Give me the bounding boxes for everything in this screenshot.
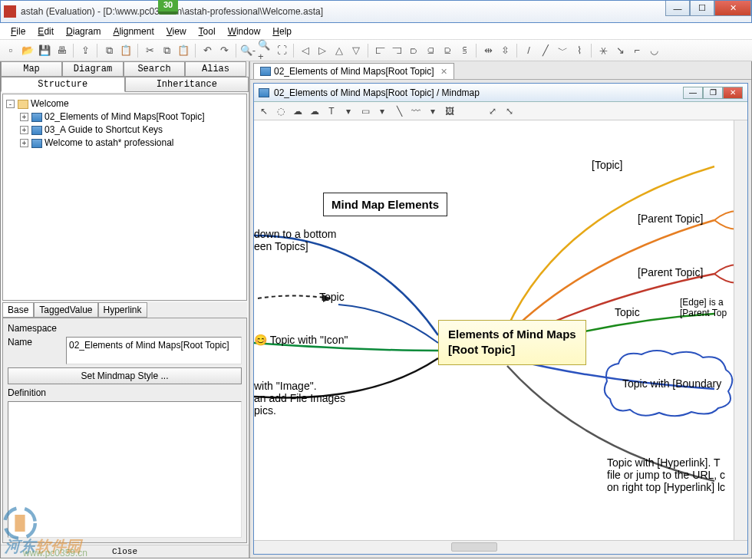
close-button[interactable]: ✕ bbox=[714, 1, 751, 16]
lasso-icon[interactable]: ◌ bbox=[274, 104, 288, 118]
align-bot-icon[interactable]: ⫓ bbox=[457, 43, 472, 58]
dropdown-icon[interactable]: ▾ bbox=[341, 104, 355, 118]
line-icon[interactable]: ╲ bbox=[392, 104, 406, 118]
dist-v-icon[interactable]: ⇳ bbox=[497, 43, 513, 58]
copy2-icon[interactable]: ⧉ bbox=[159, 43, 174, 58]
tab-base[interactable]: Base bbox=[2, 302, 34, 318]
topic-text[interactable]: [Parent Topic] bbox=[638, 212, 703, 225]
document-tab[interactable]: 02_Elements of Mind Maps[Root Topic] ✕ bbox=[253, 63, 454, 79]
style4-icon[interactable]: ◡ bbox=[646, 43, 661, 58]
menu-window[interactable]: Window bbox=[222, 25, 267, 38]
align-center-icon[interactable]: ⫎ bbox=[389, 43, 404, 58]
zoom-in-icon[interactable]: 🔍+ bbox=[257, 43, 272, 58]
paste-icon[interactable]: 📋 bbox=[118, 43, 134, 58]
collapse-icon[interactable]: ⤡ bbox=[503, 104, 516, 118]
expand-icon[interactable]: + bbox=[20, 126, 28, 134]
subtopic-icon[interactable]: ☁ bbox=[308, 104, 322, 118]
topic-text[interactable]: down to a bottom een Topics] bbox=[254, 228, 336, 252]
menu-edit[interactable]: Edit bbox=[31, 25, 60, 38]
undo-icon[interactable]: ↶ bbox=[200, 43, 215, 58]
mindmap-canvas[interactable]: Mind Map Elements Elements of Mind Maps … bbox=[254, 120, 747, 540]
rect-icon[interactable]: ▭ bbox=[358, 104, 372, 118]
cut-icon[interactable]: ✂ bbox=[142, 43, 157, 58]
maximize-button[interactable]: ☐ bbox=[690, 1, 714, 16]
align-right-icon[interactable]: ⫐ bbox=[406, 43, 421, 58]
curve-icon[interactable]: 〰 bbox=[409, 104, 423, 118]
tab-map[interactable]: Map bbox=[1, 61, 62, 77]
inner-restore-button[interactable]: ❐ bbox=[703, 87, 723, 99]
expand-icon[interactable]: ⤢ bbox=[486, 104, 500, 118]
image-icon[interactable]: 🖼 bbox=[443, 104, 457, 118]
menu-alignment[interactable]: Alignment bbox=[107, 25, 160, 38]
line3-icon[interactable]: ﹀ bbox=[555, 43, 570, 58]
copy-icon[interactable]: ⧉ bbox=[101, 43, 117, 58]
set-style-button[interactable]: Set Mindmap Style ... bbox=[8, 367, 242, 384]
new-icon[interactable]: ▫ bbox=[3, 43, 18, 58]
tab-search[interactable]: Search bbox=[124, 61, 185, 77]
horizontal-scrollbar[interactable] bbox=[254, 540, 747, 554]
zoom-out-icon[interactable]: 🔍- bbox=[240, 43, 256, 58]
topic-text[interactable]: [Topic] bbox=[592, 159, 622, 171]
tree-item[interactable]: +03_A Guide to Shortcut Keys bbox=[6, 124, 243, 137]
nav-up-icon[interactable]: △ bbox=[331, 43, 347, 58]
topic-text[interactable]: Topic with [Hyperlink]. T file or jump t… bbox=[607, 456, 725, 493]
nav-fwd-icon[interactable]: ▷ bbox=[315, 43, 330, 58]
tab-diagram[interactable]: Diagram bbox=[62, 61, 124, 77]
dropdown-icon[interactable]: ▾ bbox=[426, 104, 440, 118]
expand-icon[interactable]: + bbox=[20, 139, 28, 147]
expand-icon[interactable]: + bbox=[20, 113, 28, 121]
inner-minimize-button[interactable]: — bbox=[683, 87, 703, 99]
topic-text[interactable]: Topic bbox=[319, 291, 345, 303]
definition-field[interactable] bbox=[8, 401, 242, 538]
tree-item[interactable]: +02_Elements of Mind Maps[Root Topic] bbox=[6, 110, 243, 124]
tree-item[interactable]: +Welcome to astah* professional bbox=[6, 137, 243, 150]
dropdown-icon[interactable]: ▾ bbox=[375, 104, 389, 118]
text-icon[interactable]: T bbox=[325, 104, 338, 118]
line1-icon[interactable]: / bbox=[521, 43, 536, 58]
tab-structure[interactable]: Structure bbox=[1, 77, 125, 92]
close-tab-icon[interactable]: ✕ bbox=[440, 67, 447, 77]
tree-root[interactable]: -Welcome bbox=[6, 97, 243, 110]
style3-icon[interactable]: ⌐ bbox=[629, 43, 645, 58]
collapse-icon[interactable]: - bbox=[6, 100, 15, 108]
redo-icon[interactable]: ↷ bbox=[216, 43, 232, 58]
topic-text[interactable]: with "Image". an add File Images pics. bbox=[254, 380, 345, 417]
nav-down-icon[interactable]: ▽ bbox=[348, 43, 364, 58]
tab-alias[interactable]: Alias bbox=[185, 61, 246, 77]
name-field[interactable]: 02_Elements of Mind Maps[Root Topic] bbox=[66, 337, 242, 364]
structure-tree[interactable]: -Welcome +02_Elements of Mind Maps[Root … bbox=[2, 94, 247, 301]
topic-text[interactable]: Topic bbox=[615, 306, 640, 318]
export-icon[interactable]: ⇪ bbox=[78, 43, 93, 58]
align-left-icon[interactable]: ⫍ bbox=[372, 43, 388, 58]
vertical-scrollbar[interactable] bbox=[734, 120, 747, 540]
menu-view[interactable]: View bbox=[160, 25, 193, 38]
fit-icon[interactable]: ⛶ bbox=[274, 43, 289, 58]
topic-text[interactable]: [Parent Topic] bbox=[638, 266, 703, 278]
dist-h-icon[interactable]: ⇹ bbox=[480, 43, 496, 58]
align-top-icon[interactable]: ⫑ bbox=[423, 43, 438, 58]
tab-taggedvalue[interactable]: TaggedValue bbox=[34, 302, 97, 318]
pointer-icon[interactable]: ↖ bbox=[257, 104, 271, 118]
mindmap-title-box[interactable]: Mind Map Elements bbox=[323, 193, 447, 216]
open-icon[interactable]: 📂 bbox=[20, 43, 35, 58]
style2-icon[interactable]: ↘ bbox=[612, 43, 628, 58]
menu-tool[interactable]: Tool bbox=[193, 25, 222, 38]
menu-help[interactable]: Help bbox=[266, 25, 298, 38]
topic-text[interactable]: [Edge] is a [Parent Top bbox=[680, 297, 727, 318]
root-topic[interactable]: Elements of Mind Maps [Root Topic] bbox=[438, 320, 586, 365]
line4-icon[interactable]: ⌇ bbox=[572, 43, 587, 58]
line2-icon[interactable]: ╱ bbox=[538, 43, 553, 58]
align-mid-icon[interactable]: ⫒ bbox=[440, 43, 455, 58]
menu-file[interactable]: File bbox=[5, 25, 31, 38]
tab-inheritance[interactable]: Inheritance bbox=[125, 77, 249, 92]
style1-icon[interactable]: ⚹ bbox=[595, 43, 611, 58]
scroll-thumb[interactable] bbox=[451, 542, 497, 552]
topic-text[interactable]: Topic with [Boundary bbox=[622, 377, 721, 390]
topic-icon[interactable]: ☁ bbox=[291, 104, 305, 118]
minimize-button[interactable]: — bbox=[665, 1, 690, 16]
tab-hyperlink[interactable]: Hyperlink bbox=[98, 302, 147, 318]
print-icon[interactable]: 🖶 bbox=[54, 43, 69, 58]
nav-back-icon[interactable]: ◁ bbox=[298, 43, 313, 58]
paste2-icon[interactable]: 📋 bbox=[176, 43, 191, 58]
save-icon[interactable]: 💾 bbox=[37, 43, 52, 58]
